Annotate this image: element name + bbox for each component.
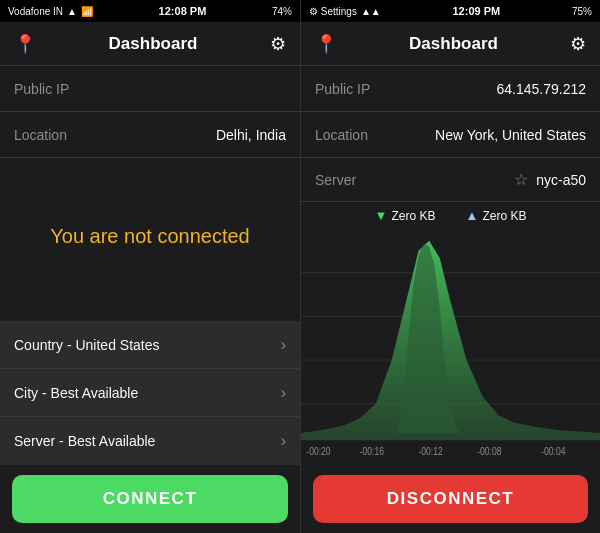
chart-header: ▼ Zero KB ▲ Zero KB bbox=[301, 202, 600, 229]
upload-stat: ▲ Zero KB bbox=[466, 208, 527, 223]
public-ip-row-right: Public IP 64.145.79.212 bbox=[301, 66, 600, 112]
time-label-2: -00:16 bbox=[360, 444, 384, 457]
right-title: Dashboard bbox=[409, 34, 498, 54]
signal-icon-right: ▲▲ bbox=[361, 6, 381, 17]
not-connected-text: You are not connected bbox=[50, 225, 249, 248]
location-row-right: Location New York, United States bbox=[301, 112, 600, 158]
download-arrow-icon: ▼ bbox=[375, 208, 388, 223]
bandwidth-chart: -00:20 -00:16 -00:12 -00:08 -00:04 bbox=[301, 229, 600, 462]
location-value-right: New York, United States bbox=[435, 127, 586, 143]
chart-section: ▼ Zero KB ▲ Zero KB bbox=[301, 202, 600, 465]
download-value: Zero KB bbox=[391, 209, 435, 223]
server-selector[interactable]: Server - Best Available › bbox=[0, 417, 300, 465]
country-label: Country - United States bbox=[14, 337, 160, 353]
country-selector[interactable]: Country - United States › bbox=[0, 321, 300, 369]
selector-section: Country - United States › City - Best Av… bbox=[0, 321, 300, 465]
disconnect-button-label: DISCONNECT bbox=[387, 489, 514, 509]
city-selector[interactable]: City - Best Available › bbox=[0, 369, 300, 417]
left-title: Dashboard bbox=[109, 34, 198, 54]
location-row-left: Location Delhi, India bbox=[0, 112, 300, 158]
download-stat: ▼ Zero KB bbox=[375, 208, 436, 223]
public-ip-value-right: 64.145.79.212 bbox=[496, 81, 586, 97]
right-header: 📍 Dashboard ⚙ bbox=[301, 22, 600, 66]
carrier-right: ⚙ Settings bbox=[309, 6, 357, 17]
time-label-5: -00:04 bbox=[541, 444, 565, 457]
battery-left: 74% bbox=[272, 6, 292, 17]
public-ip-label-left: Public IP bbox=[14, 81, 69, 97]
upload-value: Zero KB bbox=[482, 209, 526, 223]
time-label-3: -00:12 bbox=[418, 444, 442, 457]
battery-right: 75% bbox=[572, 6, 592, 17]
settings-icon-left[interactable]: ⚙ bbox=[270, 33, 286, 55]
time-label-4: -00:08 bbox=[477, 444, 501, 457]
location-pin-right: 📍 bbox=[315, 33, 337, 55]
right-status-bar: ⚙ Settings ▲▲ 12:09 PM 75% bbox=[301, 0, 600, 22]
left-header: 📍 Dashboard ⚙ bbox=[0, 22, 300, 66]
connect-button[interactable]: CONNECT bbox=[12, 475, 288, 523]
server-section-label: Server bbox=[315, 172, 356, 188]
location-label-right: Location bbox=[315, 127, 368, 143]
signal-icon-left: ▲ bbox=[67, 6, 77, 17]
city-chevron-icon: › bbox=[281, 384, 286, 402]
country-chevron-icon: › bbox=[281, 336, 286, 354]
connect-button-label: CONNECT bbox=[103, 489, 198, 509]
settings-icon-right[interactable]: ⚙ bbox=[570, 33, 586, 55]
server-chevron-icon: › bbox=[281, 432, 286, 450]
public-ip-row-left: Public IP bbox=[0, 66, 300, 112]
upload-arrow-icon: ▲ bbox=[466, 208, 479, 223]
not-connected-area: You are not connected bbox=[0, 158, 300, 315]
time-left: 12:08 PM bbox=[159, 5, 207, 17]
public-ip-label-right: Public IP bbox=[315, 81, 370, 97]
city-label: City - Best Available bbox=[14, 385, 138, 401]
location-label-left: Location bbox=[14, 127, 67, 143]
time-label-1: -00:20 bbox=[306, 444, 330, 457]
server-row: Server ☆ nyc-a50 bbox=[301, 158, 600, 202]
server-right-group: ☆ nyc-a50 bbox=[514, 170, 586, 189]
server-star-icon[interactable]: ☆ bbox=[514, 170, 528, 189]
location-value-left: Delhi, India bbox=[216, 127, 286, 143]
location-pin-left: 📍 bbox=[14, 33, 36, 55]
server-label-left: Server - Best Available bbox=[14, 433, 155, 449]
left-panel: Vodafone IN ▲ 📶 12:08 PM 74% 📍 Dashboard… bbox=[0, 0, 300, 533]
left-status-bar: Vodafone IN ▲ 📶 12:08 PM 74% bbox=[0, 0, 300, 22]
server-name: nyc-a50 bbox=[536, 172, 586, 188]
carrier-left: Vodafone IN bbox=[8, 6, 63, 17]
time-right: 12:09 PM bbox=[453, 5, 501, 17]
right-panel: ⚙ Settings ▲▲ 12:09 PM 75% 📍 Dashboard ⚙… bbox=[300, 0, 600, 533]
wifi-icon-left: 📶 bbox=[81, 6, 93, 17]
disconnect-button[interactable]: DISCONNECT bbox=[313, 475, 588, 523]
